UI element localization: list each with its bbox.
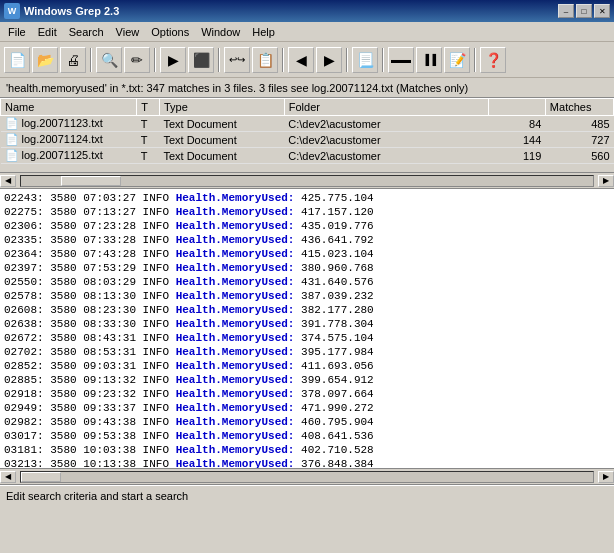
log-line: 02702: 3580 08:53:31 INFO Health.MemoryU… xyxy=(4,345,610,359)
log-line: 02982: 3580 09:43:38 INFO Health.MemoryU… xyxy=(4,415,610,429)
log-highlight: Health.MemoryUsed: xyxy=(176,290,295,302)
menu-edit[interactable]: Edit xyxy=(32,24,63,40)
table-row[interactable]: 📄 log.20071123.txt T Text Document C:\de… xyxy=(1,116,614,132)
col-header-type[interactable]: Type xyxy=(159,99,284,116)
cell-name: 📄 log.20071123.txt xyxy=(1,116,137,132)
cell-t: T xyxy=(137,116,160,132)
log-highlight: Health.MemoryUsed: xyxy=(176,206,295,218)
log-highlight: Health.MemoryUsed: xyxy=(176,262,295,274)
doc-button[interactable]: 📋 xyxy=(252,47,278,73)
play-button[interactable]: ▶ xyxy=(160,47,186,73)
loop-button[interactable]: ↩↪ xyxy=(224,47,250,73)
log-line: 03213: 3580 10:13:38 INFO Health.MemoryU… xyxy=(4,457,610,469)
log-line: 02243: 3580 07:03:27 INFO Health.MemoryU… xyxy=(4,191,610,205)
prev-button[interactable]: ◀ xyxy=(288,47,314,73)
log-highlight: Health.MemoryUsed: xyxy=(176,220,295,232)
content-hscroll-right[interactable]: ▶ xyxy=(598,471,614,483)
cell-type: Text Document xyxy=(159,116,284,132)
menu-options[interactable]: Options xyxy=(145,24,195,40)
file-table: Name T Type Folder Matches 📄 log.2007112… xyxy=(0,98,614,164)
log-line: 02852: 3580 09:03:31 INFO Health.MemoryU… xyxy=(4,359,610,373)
open-button[interactable]: 📂 xyxy=(32,47,58,73)
cell-matches: 485 xyxy=(545,116,613,132)
toolbar-separator-7 xyxy=(474,48,476,72)
log-highlight: Health.MemoryUsed: xyxy=(176,318,295,330)
log-highlight: Health.MemoryUsed: xyxy=(176,430,295,442)
search-button[interactable]: 🔍 xyxy=(96,47,122,73)
log-highlight: Health.MemoryUsed: xyxy=(176,402,295,414)
menu-window[interactable]: Window xyxy=(195,24,246,40)
log-highlight: Health.MemoryUsed: xyxy=(176,192,295,204)
menu-search[interactable]: Search xyxy=(63,24,110,40)
replace-button[interactable]: ✏ xyxy=(124,47,150,73)
toolbar-separator-4 xyxy=(282,48,284,72)
log-line: 02918: 3580 09:23:32 INFO Health.MemoryU… xyxy=(4,387,610,401)
split-v-button[interactable]: ▐▐ xyxy=(416,47,442,73)
cell-folder: C:\dev2\acustomer xyxy=(284,116,488,132)
help-button[interactable]: ❓ xyxy=(480,47,506,73)
col-header-folder[interactable]: Folder xyxy=(284,99,488,116)
hscroll-thumb[interactable] xyxy=(61,176,121,186)
toolbar-separator-2 xyxy=(154,48,156,72)
cell-t: T xyxy=(137,148,160,164)
file-list-hscroll[interactable]: ◀ ▶ xyxy=(0,173,614,189)
log-line: 02275: 3580 07:13:27 INFO Health.MemoryU… xyxy=(4,205,610,219)
search-info-bar: 'health.memoryused' in *.txt: 347 matche… xyxy=(0,78,614,98)
print-button[interactable]: 🖨 xyxy=(60,47,86,73)
cell-matches: 727 xyxy=(545,132,613,148)
app-icon: W xyxy=(4,3,20,19)
new-button[interactable]: 📄 xyxy=(4,47,30,73)
log-highlight: Health.MemoryUsed: xyxy=(176,248,295,260)
content-hscroll[interactable]: ◀ ▶ xyxy=(0,469,614,485)
log-highlight: Health.MemoryUsed: xyxy=(176,346,295,358)
split-h-button[interactable]: ▬▬ xyxy=(388,47,414,73)
window-controls: – □ ✕ xyxy=(558,4,610,18)
file-button[interactable]: 📃 xyxy=(352,47,378,73)
log-line: 03017: 3580 09:53:38 INFO Health.MemoryU… xyxy=(4,429,610,443)
close-button[interactable]: ✕ xyxy=(594,4,610,18)
content-hscroll-track[interactable] xyxy=(20,471,594,483)
content-hscroll-thumb[interactable] xyxy=(21,472,61,482)
table-row[interactable]: 📄 log.20071125.txt T Text Document C:\de… xyxy=(1,148,614,164)
log-button[interactable]: 📝 xyxy=(444,47,470,73)
minimize-button[interactable]: – xyxy=(558,4,574,18)
log-line: 02949: 3580 09:33:37 INFO Health.MemoryU… xyxy=(4,401,610,415)
log-highlight: Health.MemoryUsed: xyxy=(176,458,295,469)
hscroll-right-arrow[interactable]: ▶ xyxy=(598,175,614,187)
log-highlight: Health.MemoryUsed: xyxy=(176,416,295,428)
menu-bar: File Edit Search View Options Window Hel… xyxy=(0,22,614,42)
content-hscroll-left[interactable]: ◀ xyxy=(0,471,16,483)
next-button[interactable]: ▶ xyxy=(316,47,342,73)
col-header-name[interactable]: Name xyxy=(1,99,137,116)
status-bar: Edit search criteria and start a search xyxy=(0,485,614,505)
log-highlight: Health.MemoryUsed: xyxy=(176,388,295,400)
status-text: Edit search criteria and start a search xyxy=(6,490,188,502)
log-line: 02608: 3580 08:23:30 INFO Health.MemoryU… xyxy=(4,303,610,317)
toolbar-separator-3 xyxy=(218,48,220,72)
col-header-matches[interactable]: Matches xyxy=(545,99,613,116)
log-line: 02550: 3580 08:03:29 INFO Health.MemoryU… xyxy=(4,275,610,289)
stop-button[interactable]: ⬛ xyxy=(188,47,214,73)
cell-type: Text Document xyxy=(159,148,284,164)
log-highlight: Health.MemoryUsed: xyxy=(176,444,295,456)
col-header-num1[interactable] xyxy=(489,99,546,116)
cell-name: 📄 log.20071124.txt xyxy=(1,132,137,148)
cell-folder: C:\dev2\acustomer xyxy=(284,132,488,148)
log-line: 02885: 3580 09:13:32 INFO Health.MemoryU… xyxy=(4,373,610,387)
file-icon: 📄 xyxy=(5,117,19,129)
menu-view[interactable]: View xyxy=(110,24,146,40)
menu-help[interactable]: Help xyxy=(246,24,281,40)
cell-t: T xyxy=(137,132,160,148)
hscroll-left-arrow[interactable]: ◀ xyxy=(0,175,16,187)
log-content-area[interactable]: 02243: 3580 07:03:27 INFO Health.MemoryU… xyxy=(0,189,614,469)
log-line: 02638: 3580 08:33:30 INFO Health.MemoryU… xyxy=(4,317,610,331)
hscroll-track[interactable] xyxy=(20,175,594,187)
log-highlight: Health.MemoryUsed: xyxy=(176,234,295,246)
restore-button[interactable]: □ xyxy=(576,4,592,18)
log-highlight: Health.MemoryUsed: xyxy=(176,304,295,316)
log-highlight: Health.MemoryUsed: xyxy=(176,360,295,372)
table-row[interactable]: 📄 log.20071124.txt T Text Document C:\de… xyxy=(1,132,614,148)
col-header-t[interactable]: T xyxy=(137,99,160,116)
toolbar-separator-6 xyxy=(382,48,384,72)
menu-file[interactable]: File xyxy=(2,24,32,40)
